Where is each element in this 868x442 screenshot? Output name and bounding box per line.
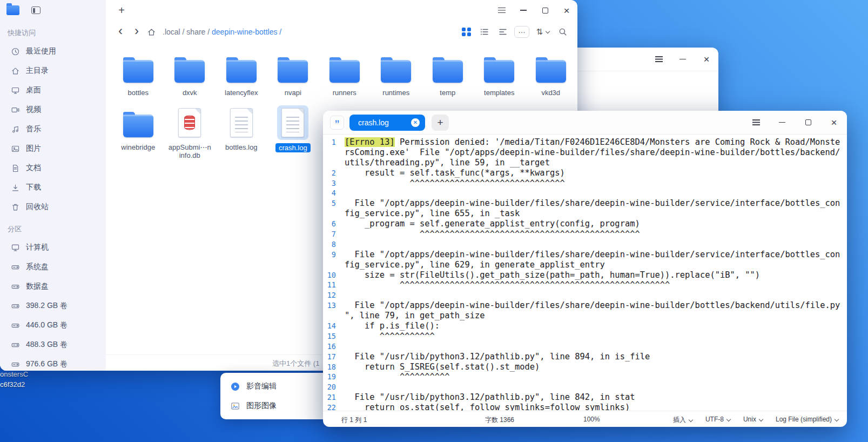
file-item[interactable]: runners (319, 51, 371, 97)
folder-icon (531, 51, 570, 85)
sidebar-item[interactable]: 图片 (4, 139, 102, 158)
detail-view-button[interactable] (496, 25, 510, 38)
sort-button[interactable]: ⇅ (534, 25, 551, 38)
sidebar-section-header: 分区 (0, 217, 106, 238)
line-number: 16 (323, 341, 336, 352)
new-tab-button[interactable]: + (115, 4, 129, 17)
statusbar-dropdown[interactable]: UTF-8 (705, 416, 730, 425)
sidebar-item[interactable]: 398.2 GB 卷 (4, 296, 102, 316)
folder-icon-shape (484, 60, 514, 83)
sidebar-item[interactable]: 音乐 (4, 119, 102, 139)
desktop-icon-label-fragment[interactable]: c6f32d2 (0, 379, 28, 390)
fm-close-button[interactable]: × (556, 0, 577, 21)
sidebar-item[interactable]: 最近使用 (4, 42, 102, 61)
document-icon (11, 164, 20, 173)
editor-tab[interactable]: crash.log ✕ (349, 115, 425, 131)
folder-icon-shape (123, 115, 153, 137)
dialog-close-button[interactable]: × (695, 48, 718, 71)
line-number (323, 260, 336, 270)
file-page-shape (178, 108, 201, 137)
desktop-icon-labels[interactable]: onstersC c6f32d2 (0, 369, 28, 390)
sidebar-item-label: 数据盘 (26, 282, 49, 291)
editor-line: ^^^^^^^^^^^^^^^^^^^^^^^^^^^^^^^^^^^^^^^^… (345, 229, 847, 239)
sidebar-top-bar (0, 0, 106, 21)
file-item[interactable]: crash.log (267, 105, 319, 159)
sidebar-item[interactable]: 回收站 (4, 197, 102, 217)
dialog-menu-button[interactable] (647, 48, 671, 71)
editor-new-tab-button[interactable]: + (432, 115, 449, 131)
editor-window-controls: × (743, 111, 847, 134)
breadcrumb-parents[interactable]: .local / share / (163, 28, 210, 36)
file-item[interactable]: latencyflex (216, 51, 267, 97)
file-item-label: nvapi (285, 89, 301, 97)
file-item[interactable]: dxvk (164, 51, 216, 97)
editor-app-icon[interactable]: „ (330, 116, 344, 130)
statusbar-dropdown[interactable]: Unix (743, 416, 763, 425)
editor-maximize-button[interactable] (795, 111, 821, 134)
file-item[interactable]: appSubmi⋯ninfo.db (164, 105, 216, 159)
editor-minimize-button[interactable] (769, 111, 795, 134)
file-item[interactable]: bottles.log (216, 105, 267, 159)
grid-view-button[interactable] (459, 25, 473, 38)
tab-close-button[interactable]: ✕ (411, 118, 420, 127)
zoom-level[interactable]: 100% (583, 416, 600, 423)
file-item[interactable]: templates (474, 51, 526, 97)
sidebar-item[interactable]: 文档 (4, 158, 102, 178)
sidebar-item[interactable]: 计算机 (4, 238, 102, 257)
sidebar-item[interactable]: 数据盘 (4, 277, 102, 296)
editor-line: size = str(FileUtils().get_path_size(pat… (345, 270, 847, 280)
editor-tab-title: crash.log (358, 118, 389, 127)
line-number: 15 (323, 331, 336, 341)
sidebar-item[interactable]: 446.0 GB 卷 (4, 316, 102, 335)
sidebar-item[interactable]: 桌面 (4, 81, 102, 100)
line-number: 3 (323, 178, 336, 189)
sidebar-item[interactable]: 488.3 GB 卷 (4, 335, 102, 354)
sidebar-item[interactable]: 下载 (4, 178, 102, 197)
editor-menu-button[interactable] (743, 111, 769, 134)
breadcrumb-current[interactable]: deepin-wine-bottles / (212, 28, 281, 36)
editor-line: [Errno 13] Permission denied: '/media/Ti… (345, 137, 847, 148)
editor-line: File "/opt/apps/deepin-wine-builder/file… (345, 300, 847, 311)
statusbar-dropdown[interactable]: 插入 (673, 416, 692, 425)
editor-line: File "/usr/lib/python3.12/pathlib.py", l… (345, 392, 847, 403)
search-button[interactable] (556, 25, 570, 38)
sidebar-toggle-icon[interactable] (31, 6, 41, 14)
editor-close-button[interactable]: × (821, 111, 847, 134)
breadcrumb[interactable]: .local / share / deepin-wine-bottles / (163, 28, 281, 36)
database-file-icon (174, 105, 205, 140)
file-item[interactable]: bottles (112, 51, 164, 97)
sidebar-item[interactable]: 976.6 GB 卷 (4, 354, 102, 371)
line-number: 19 (323, 372, 336, 382)
file-item[interactable]: winebridge (112, 105, 164, 159)
folder-icon-shape (278, 60, 308, 83)
file-item[interactable]: temp (422, 51, 474, 97)
fm-menu-button[interactable] (491, 0, 513, 21)
dialog-minimize-button[interactable] (671, 48, 695, 71)
disk-icon (11, 340, 20, 350)
detail-view-icon (498, 27, 508, 37)
video-icon (11, 105, 20, 115)
file-item-label: crash.log (275, 143, 311, 152)
disk-icon (11, 263, 20, 272)
chevron-down-icon (835, 417, 839, 421)
disk-icon (11, 321, 20, 330)
home-icon[interactable] (147, 28, 156, 37)
editor-code[interactable]: [Errno 13] Permission denied: '/media/Ti… (341, 135, 847, 411)
line-number: 21 (323, 392, 336, 403)
back-button[interactable]: ‹ (115, 25, 126, 38)
file-item[interactable]: runtimes (371, 51, 422, 97)
more-options-button[interactable]: … (514, 26, 529, 38)
editor-line: ^^^^^^^^^^^^^^^^^^^^^^^^^^^^^^^ (345, 178, 847, 189)
forward-button[interactable]: › (131, 25, 143, 38)
editor-body[interactable]: 12345678910111213141516171819202122 [Err… (323, 135, 847, 411)
folder-icon (119, 51, 158, 85)
statusbar-dropdown[interactable]: Log File (simplified) (776, 416, 838, 425)
fm-maximize-button[interactable] (534, 0, 556, 21)
file-item[interactable]: vkd3d (525, 51, 577, 97)
sidebar-item[interactable]: 视频 (4, 100, 102, 119)
list-view-button[interactable] (477, 25, 492, 38)
sidebar-item[interactable]: 系统盘 (4, 257, 102, 277)
file-item[interactable]: nvapi (267, 51, 319, 97)
fm-minimize-button[interactable] (513, 0, 534, 21)
sidebar-item[interactable]: 主目录 (4, 61, 102, 81)
